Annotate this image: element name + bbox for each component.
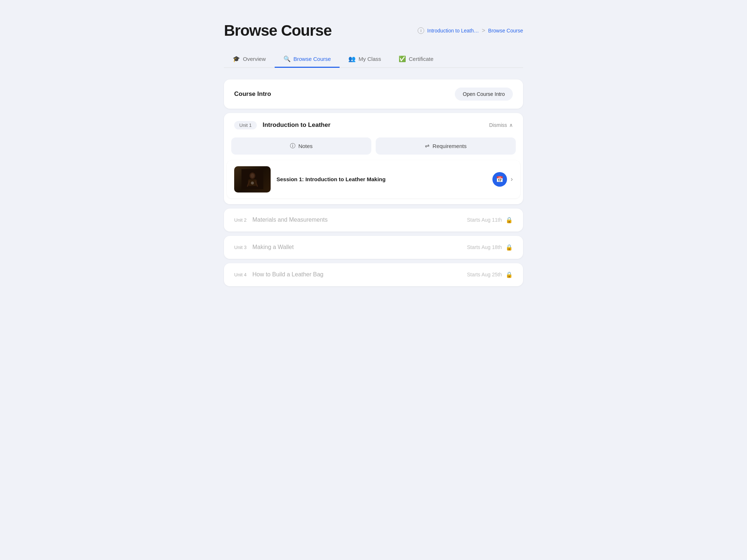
requirements-icon: ⇌ xyxy=(425,143,430,149)
calendar-icon: 📅 xyxy=(496,176,503,183)
breadcrumb-current: Browse Course xyxy=(488,28,523,34)
chevron-up-icon: ∧ xyxy=(509,122,513,128)
requirements-label: Requirements xyxy=(433,143,467,149)
unit2-lock-icon: 🔒 xyxy=(506,217,513,223)
svg-point-2 xyxy=(251,174,254,178)
action-buttons-row: ⓘ Notes ⇌ Requirements xyxy=(224,137,523,160)
myclass-icon: 👥 xyxy=(348,55,356,62)
unit2-card: Unit 2 Materials and Measurements Starts… xyxy=(224,209,523,232)
unit1-header-left: Unit 1 Introduction to Leather xyxy=(234,121,330,129)
unit3-card: Unit 3 Making a Wallet Starts Aug 18th 🔒 xyxy=(224,236,523,259)
session-title: Session 1: Introduction to Leather Makin… xyxy=(276,176,487,182)
unit4-title: How to Build a Leather Bag xyxy=(252,271,324,278)
unit3-badge: Unit 3 xyxy=(234,245,247,250)
unit3-date: Starts Aug 18th xyxy=(467,244,502,250)
unit4-badge: Unit 4 xyxy=(234,272,247,277)
session-row[interactable]: Session 1: Introduction to Leather Makin… xyxy=(227,160,520,198)
session-actions: 📅 › xyxy=(492,172,513,187)
tab-my-class[interactable]: 👥 My Class xyxy=(340,51,390,68)
unit4-left: Unit 4 How to Build a Leather Bag xyxy=(234,271,324,278)
course-intro-label: Course Intro xyxy=(234,90,271,98)
unit3-lock-icon: 🔒 xyxy=(506,244,513,251)
unit1-title: Introduction to Leather xyxy=(263,121,330,129)
breadcrumb-parent[interactable]: Introduction to Leath… xyxy=(427,28,479,34)
notes-button[interactable]: ⓘ Notes xyxy=(231,137,371,155)
course-intro-card: Course Intro Open Course Intro xyxy=(224,79,523,109)
svg-rect-0 xyxy=(241,169,263,189)
unit1-header: Unit 1 Introduction to Leather Dismiss ∧ xyxy=(224,113,523,137)
tab-browse-course[interactable]: 🔍 Browse Course xyxy=(275,51,340,68)
certificate-icon: ✅ xyxy=(399,55,406,62)
unit4-date: Starts Aug 25th xyxy=(467,272,502,277)
tab-certificate[interactable]: ✅ Certificate xyxy=(390,51,442,68)
unit3-left: Unit 3 Making a Wallet xyxy=(234,244,294,250)
unit3-title: Making a Wallet xyxy=(252,244,294,250)
session-calendar-button[interactable]: 📅 xyxy=(492,172,507,187)
page-title: Browse Course xyxy=(224,22,332,39)
unit2-badge: Unit 2 xyxy=(234,217,247,223)
page-container: Browse Course i Introduction to Leath… >… xyxy=(224,22,523,291)
tab-myclass-label: My Class xyxy=(359,56,381,62)
unit4-lock-icon: 🔒 xyxy=(506,271,513,278)
tab-overview[interactable]: 🎓 Overview xyxy=(224,51,275,68)
tab-overview-label: Overview xyxy=(243,56,266,62)
dismiss-label: Dismiss xyxy=(489,122,507,128)
open-course-intro-button[interactable]: Open Course Intro xyxy=(455,88,513,101)
unit2-right: Starts Aug 11th 🔒 xyxy=(467,217,513,223)
unit1-card: Unit 1 Introduction to Leather Dismiss ∧… xyxy=(224,113,523,204)
nav-tabs: 🎓 Overview 🔍 Browse Course 👥 My Class ✅ … xyxy=(224,51,523,68)
session-thumbnail xyxy=(234,166,271,192)
tab-certificate-label: Certificate xyxy=(409,56,434,62)
breadcrumb: i Introduction to Leath… > Browse Course xyxy=(418,27,523,34)
session-chevron-icon: › xyxy=(511,175,513,183)
overview-icon: 🎓 xyxy=(233,55,240,62)
notes-icon: ⓘ xyxy=(290,143,295,149)
unit1-badge: Unit 1 xyxy=(234,121,257,129)
tab-browse-label: Browse Course xyxy=(294,56,331,62)
dismiss-button[interactable]: Dismiss ∧ xyxy=(489,122,513,128)
breadcrumb-separator: > xyxy=(482,27,485,34)
unit2-date: Starts Aug 11th xyxy=(467,217,502,223)
unit2-left: Unit 2 Materials and Measurements xyxy=(234,217,328,223)
unit3-right: Starts Aug 18th 🔒 xyxy=(467,244,513,251)
svg-point-4 xyxy=(251,182,254,184)
notes-label: Notes xyxy=(298,143,313,149)
requirements-button[interactable]: ⇌ Requirements xyxy=(376,137,516,155)
unit2-title: Materials and Measurements xyxy=(252,217,328,223)
thumbnail-canvas xyxy=(234,166,271,192)
info-icon: i xyxy=(418,27,424,34)
browse-icon: 🔍 xyxy=(283,55,291,62)
unit4-card: Unit 4 How to Build a Leather Bag Starts… xyxy=(224,263,523,286)
thumbnail-image xyxy=(241,169,263,189)
unit4-right: Starts Aug 25th 🔒 xyxy=(467,271,513,278)
page-header: Browse Course i Introduction to Leath… >… xyxy=(224,22,523,39)
